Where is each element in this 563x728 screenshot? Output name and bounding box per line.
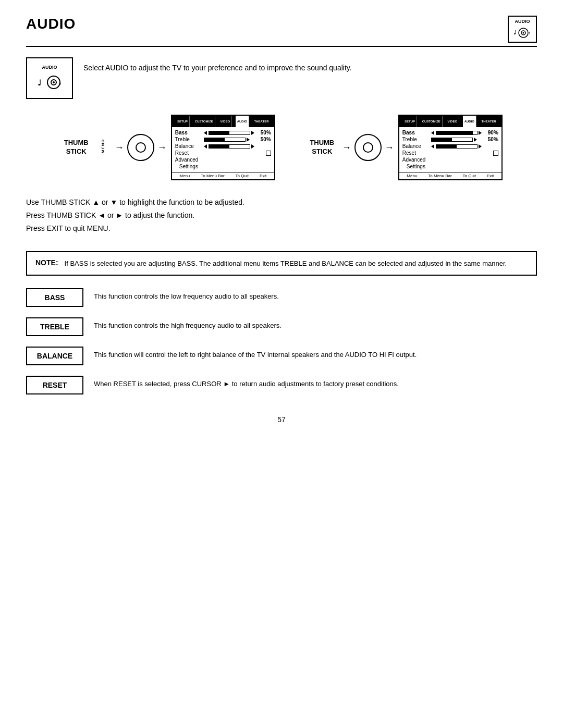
menu-tabs-1: SETUP CUSTOMIZE VIDEO AUDIO THEATER — [172, 116, 274, 127]
svg-text:♪: ♪ — [528, 30, 531, 35]
bass-label-2: Bass — [402, 130, 431, 135]
intro-audio-icon: ♩ ♪ — [36, 72, 63, 92]
treble-right-arrow-1 — [247, 138, 250, 142]
treble-value-1: 50% — [255, 137, 271, 142]
audio-icon-box: AUDIO ♩ ♪ — [508, 16, 537, 43]
balance-left-arrow-1 — [204, 144, 207, 149]
thumb-stick-circle-1 — [127, 134, 154, 161]
menu-row-balance-1: Balance — [175, 143, 271, 150]
svg-text:♪: ♪ — [58, 80, 62, 87]
svg-point-3 — [523, 32, 524, 34]
reset-checkbox-2 — [493, 151, 498, 156]
treble-label-2: Treble — [402, 137, 431, 142]
diagram-1: THUMBSTICK MENU → → SETUP CUSTOMIZE VIDE… — [60, 115, 275, 180]
page-number: 57 — [26, 415, 537, 424]
bass-right-arrow-1 — [251, 131, 254, 135]
menu-screen-1: SETUP CUSTOMIZE VIDEO AUDIO THEATER Bass — [171, 115, 275, 180]
balance-feature-label: BALANCE — [26, 347, 83, 365]
menu-row-reset-2: Reset — [402, 150, 498, 156]
intro-icon-box: AUDIO ♩ ♪ — [26, 57, 73, 99]
tab-customize-2: CUSTOMIZE — [421, 116, 443, 127]
feature-row-reset: RESET When RESET is selected, press CURS… — [26, 376, 537, 394]
bass-left-arrow-1 — [204, 131, 207, 135]
balance-right-arrow-2 — [479, 144, 482, 149]
note-text: If BASS is selected you are adjusting BA… — [65, 258, 507, 269]
instructions-section: Use THUMB STICK ▲ or ▼ to highlight the … — [26, 196, 537, 236]
balance-bar-1 — [209, 144, 250, 149]
treble-feature-label: TREBLE — [26, 317, 83, 336]
feature-row-bass: BASS This function controls the low freq… — [26, 288, 537, 307]
bass-bar-1 — [209, 131, 250, 135]
menu-row-advanced-2: Advanced — [402, 156, 498, 163]
instruction-1: Use THUMB STICK ▲ or ▼ to highlight the … — [26, 196, 537, 209]
menu-footer-1: Menu To Menu Bar To Quit Exit — [172, 172, 274, 179]
svg-text:♩: ♩ — [513, 29, 516, 35]
footer-tomenubar-1: To Menu Bar — [201, 174, 224, 178]
note-label: NOTE: — [35, 258, 58, 267]
treble-feature-desc: This function controls the high frequenc… — [94, 317, 282, 331]
reset-feature-label: RESET — [26, 376, 83, 394]
tab-audio-2: AUDIO — [463, 116, 476, 127]
intro-section: AUDIO ♩ ♪ Select AUDIO to adjust the TV … — [26, 57, 537, 99]
treble-bar-wrap-1 — [204, 138, 255, 142]
instruction-3: Press EXIT to quit MENU. — [26, 222, 537, 235]
thumb-stick-inner-2 — [363, 142, 373, 153]
balance-label-1: Balance — [175, 143, 204, 149]
treble-right-arrow-2 — [474, 138, 477, 142]
treble-label-1: Treble — [175, 137, 204, 142]
advanced-label-1: Advanced — [175, 157, 204, 163]
reset-label-2: Reset — [402, 150, 431, 156]
controller-2: → → — [342, 134, 394, 161]
screen-arrow-2b: → — [385, 142, 394, 153]
menu-row-bass-1: Bass 50% — [175, 129, 271, 136]
footer-exit-1: Exit — [260, 174, 266, 178]
page: AUDIO AUDIO ♩ ♪ AUDIO ♩ — [0, 0, 563, 445]
note-box: NOTE: If BASS is selected you are adjust… — [26, 251, 537, 276]
tab-customize-1: CUSTOMIZE — [193, 116, 215, 127]
tab-theater-1: THEATER — [253, 116, 271, 127]
menu-row-settings-1: Settings — [175, 163, 271, 170]
screen-arrow-2: → — [342, 142, 351, 153]
footer-exit-2: Exit — [487, 174, 494, 178]
footer-toquit-1: To Quit — [236, 174, 249, 178]
bass-bar-2 — [436, 131, 478, 135]
reset-checkbox-1 — [266, 151, 271, 156]
menu-arrow-1: → — [115, 142, 124, 153]
bass-value-1: 50% — [255, 130, 271, 135]
balance-feature-desc: This function will control the left to r… — [94, 347, 417, 360]
thumb-stick-circle-2 — [354, 134, 382, 161]
menu-row-treble-2: Treble 50% — [402, 136, 498, 143]
menu-body-2: Bass 90% Treble — [399, 127, 501, 172]
feature-row-balance: BALANCE This function will control the l… — [26, 347, 537, 365]
menu-footer-2: Menu To Menu Bar To Quit Exit — [399, 172, 501, 179]
diagram-2: THUMBSTICK → → SETUP CUSTOMIZE VIDEO AUD… — [307, 115, 503, 180]
bass-feature-label: BASS — [26, 288, 83, 307]
bass-feature-desc: This function controls the low frequency… — [94, 288, 279, 302]
audio-icon-inner: ♩ ♪ — [513, 25, 532, 40]
balance-left-arrow-2 — [431, 144, 434, 149]
settings-label-1: Settings — [175, 164, 204, 169]
advanced-label-2: Advanced — [402, 157, 431, 163]
audio-icon-label: AUDIO — [515, 19, 530, 24]
settings-label-2: Settings — [402, 164, 431, 169]
treble-fill-1 — [204, 138, 225, 141]
reset-feature-desc: When RESET is selected, press CURSOR ► t… — [94, 376, 399, 389]
menu-row-bass-2: Bass 90% — [402, 129, 498, 136]
balance-bar-2 — [436, 144, 478, 149]
bass-value-2: 90% — [483, 130, 498, 135]
menu-row-settings-2: Settings — [402, 163, 498, 170]
menu-tabs-2: SETUP CUSTOMIZE VIDEO AUDIO THEATER — [399, 116, 501, 127]
thumb-stick-inner-1 — [136, 142, 146, 153]
footer-menu-2: Menu — [407, 174, 417, 178]
tab-setup-1: SETUP — [176, 116, 190, 127]
feature-row-treble: TREBLE This function controls the high f… — [26, 317, 537, 336]
footer-toquit-2: To Quit — [463, 174, 476, 178]
bass-bar-wrap-1 — [204, 131, 255, 135]
thumb-stick-label-2: THUMBSTICK — [308, 139, 336, 156]
balance-label-2: Balance — [402, 143, 431, 149]
tab-video-2: VIDEO — [446, 116, 459, 127]
balance-bar-wrap-2 — [431, 144, 498, 149]
audio-icon-svg: ♩ ♪ — [513, 25, 532, 40]
bass-bar-wrap-2 — [431, 131, 483, 135]
menu-label-1: MENU — [101, 139, 106, 153]
